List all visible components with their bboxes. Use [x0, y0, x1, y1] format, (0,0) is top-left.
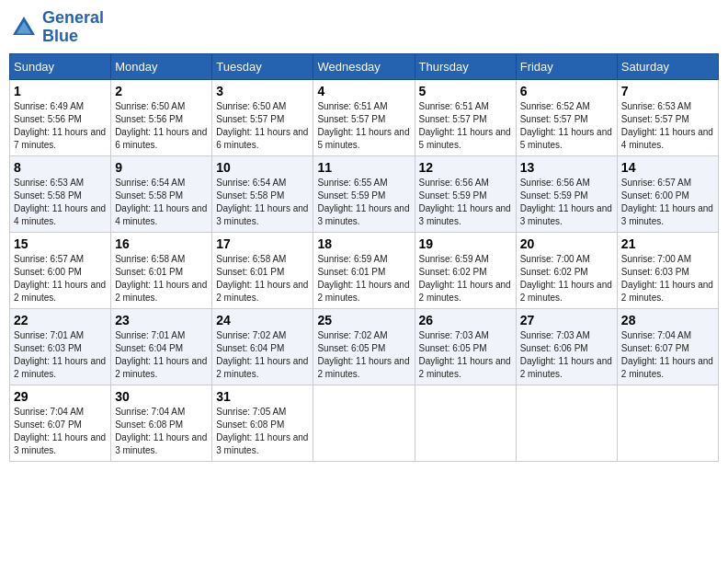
day-number: 28: [621, 313, 714, 327]
day-number: 7: [621, 84, 714, 98]
calendar-day-23: 23 Sunrise: 7:01 AM Sunset: 6:04 PM Dayl…: [111, 308, 212, 385]
calendar-day-18: 18 Sunrise: 6:59 AM Sunset: 6:01 PM Dayl…: [313, 232, 415, 308]
day-info: Sunrise: 7:02 AM Sunset: 6:04 PM Dayligh…: [216, 329, 309, 381]
day-info: Sunrise: 6:56 AM Sunset: 5:59 PM Dayligh…: [520, 177, 613, 228]
day-info: Sunrise: 6:58 AM Sunset: 6:01 PM Dayligh…: [115, 253, 208, 304]
logo-text: General Blue: [42, 9, 104, 46]
day-info: Sunrise: 6:50 AM Sunset: 5:57 PM Dayligh…: [216, 100, 309, 152]
logo-icon: [9, 13, 39, 42]
calendar-day-2: 2 Sunrise: 6:50 AM Sunset: 5:56 PM Dayli…: [111, 79, 212, 155]
empty-cell: [617, 385, 718, 461]
calendar-day-9: 9 Sunrise: 6:54 AM Sunset: 5:58 PM Dayli…: [111, 155, 212, 232]
empty-cell: [313, 385, 415, 461]
calendar-day-19: 19 Sunrise: 6:59 AM Sunset: 6:02 PM Dayl…: [415, 232, 516, 308]
day-number: 18: [317, 236, 410, 251]
day-number: 9: [115, 160, 208, 175]
day-number: 10: [216, 160, 309, 175]
day-info: Sunrise: 6:55 AM Sunset: 5:59 PM Dayligh…: [317, 177, 410, 228]
day-info: Sunrise: 6:57 AM Sunset: 6:00 PM Dayligh…: [621, 177, 714, 228]
day-number: 6: [520, 84, 613, 98]
calendar-week-3: 15 Sunrise: 6:57 AM Sunset: 6:00 PM Dayl…: [10, 232, 719, 308]
calendar-week-1: 1 Sunrise: 6:49 AM Sunset: 5:56 PM Dayli…: [10, 79, 719, 155]
logo: General Blue: [9, 9, 104, 46]
day-number: 4: [317, 84, 410, 98]
calendar-week-5: 29 Sunrise: 7:04 AM Sunset: 6:07 PM Dayl…: [10, 385, 719, 461]
calendar-day-13: 13 Sunrise: 6:56 AM Sunset: 5:59 PM Dayl…: [516, 155, 617, 232]
calendar-week-2: 8 Sunrise: 6:53 AM Sunset: 5:58 PM Dayli…: [10, 155, 719, 232]
calendar-day-1: 1 Sunrise: 6:49 AM Sunset: 5:56 PM Dayli…: [10, 79, 111, 155]
weekday-header-thursday: Thursday: [415, 53, 516, 79]
day-number: 15: [14, 236, 107, 251]
calendar-day-8: 8 Sunrise: 6:53 AM Sunset: 5:58 PM Dayli…: [10, 155, 111, 232]
weekday-header-wednesday: Wednesday: [313, 53, 415, 79]
day-info: Sunrise: 6:50 AM Sunset: 5:56 PM Dayligh…: [115, 100, 208, 152]
day-number: 31: [216, 389, 309, 404]
day-info: Sunrise: 6:52 AM Sunset: 5:57 PM Dayligh…: [520, 100, 613, 152]
day-info: Sunrise: 6:53 AM Sunset: 5:58 PM Dayligh…: [14, 177, 107, 228]
day-info: Sunrise: 7:03 AM Sunset: 6:06 PM Dayligh…: [520, 329, 613, 381]
day-info: Sunrise: 6:59 AM Sunset: 6:02 PM Dayligh…: [419, 253, 512, 304]
weekday-header-monday: Monday: [111, 53, 212, 79]
day-number: 30: [115, 389, 208, 404]
empty-cell: [516, 385, 617, 461]
calendar-day-7: 7 Sunrise: 6:53 AM Sunset: 5:57 PM Dayli…: [617, 79, 718, 155]
day-info: Sunrise: 6:59 AM Sunset: 6:01 PM Dayligh…: [317, 253, 410, 304]
page-header: General Blue: [9, 9, 719, 46]
day-number: 14: [621, 160, 714, 175]
calendar-day-5: 5 Sunrise: 6:51 AM Sunset: 5:57 PM Dayli…: [415, 79, 516, 155]
calendar-day-6: 6 Sunrise: 6:52 AM Sunset: 5:57 PM Dayli…: [516, 79, 617, 155]
day-number: 5: [419, 84, 512, 98]
calendar-day-29: 29 Sunrise: 7:04 AM Sunset: 6:07 PM Dayl…: [10, 385, 111, 461]
day-number: 16: [115, 236, 208, 251]
day-number: 17: [216, 236, 309, 251]
day-number: 21: [621, 236, 714, 251]
weekday-header-sunday: Sunday: [10, 53, 111, 79]
calendar-table: SundayMondayTuesdayWednesdayThursdayFrid…: [9, 53, 719, 462]
calendar-day-3: 3 Sunrise: 6:50 AM Sunset: 5:57 PM Dayli…: [212, 79, 313, 155]
day-number: 25: [317, 313, 410, 327]
calendar-day-4: 4 Sunrise: 6:51 AM Sunset: 5:57 PM Dayli…: [313, 79, 415, 155]
day-info: Sunrise: 6:54 AM Sunset: 5:58 PM Dayligh…: [216, 177, 309, 228]
calendar-day-20: 20 Sunrise: 7:00 AM Sunset: 6:02 PM Dayl…: [516, 232, 617, 308]
day-number: 23: [115, 313, 208, 327]
day-number: 1: [14, 84, 107, 98]
day-info: Sunrise: 7:04 AM Sunset: 6:08 PM Dayligh…: [115, 406, 208, 457]
calendar-day-31: 31 Sunrise: 7:05 AM Sunset: 6:08 PM Dayl…: [212, 385, 313, 461]
weekday-header-saturday: Saturday: [617, 53, 718, 79]
calendar-day-30: 30 Sunrise: 7:04 AM Sunset: 6:08 PM Dayl…: [111, 385, 212, 461]
calendar-day-12: 12 Sunrise: 6:56 AM Sunset: 5:59 PM Dayl…: [415, 155, 516, 232]
empty-cell: [415, 385, 516, 461]
day-number: 11: [317, 160, 410, 175]
weekday-header-friday: Friday: [516, 53, 617, 79]
day-info: Sunrise: 7:01 AM Sunset: 6:04 PM Dayligh…: [115, 329, 208, 381]
calendar-day-11: 11 Sunrise: 6:55 AM Sunset: 5:59 PM Dayl…: [313, 155, 415, 232]
calendar-day-27: 27 Sunrise: 7:03 AM Sunset: 6:06 PM Dayl…: [516, 308, 617, 385]
calendar-day-24: 24 Sunrise: 7:02 AM Sunset: 6:04 PM Dayl…: [212, 308, 313, 385]
day-info: Sunrise: 6:57 AM Sunset: 6:00 PM Dayligh…: [14, 253, 107, 304]
day-number: 12: [419, 160, 512, 175]
day-number: 26: [419, 313, 512, 327]
day-number: 8: [14, 160, 107, 175]
day-info: Sunrise: 7:01 AM Sunset: 6:03 PM Dayligh…: [14, 329, 107, 381]
day-number: 24: [216, 313, 309, 327]
calendar-day-15: 15 Sunrise: 6:57 AM Sunset: 6:00 PM Dayl…: [10, 232, 111, 308]
day-info: Sunrise: 7:02 AM Sunset: 6:05 PM Dayligh…: [317, 329, 410, 381]
day-info: Sunrise: 7:00 AM Sunset: 6:03 PM Dayligh…: [621, 253, 714, 304]
calendar-day-28: 28 Sunrise: 7:04 AM Sunset: 6:07 PM Dayl…: [617, 308, 718, 385]
day-info: Sunrise: 6:51 AM Sunset: 5:57 PM Dayligh…: [419, 100, 512, 152]
day-info: Sunrise: 7:00 AM Sunset: 6:02 PM Dayligh…: [520, 253, 613, 304]
day-info: Sunrise: 6:58 AM Sunset: 6:01 PM Dayligh…: [216, 253, 309, 304]
day-info: Sunrise: 6:54 AM Sunset: 5:58 PM Dayligh…: [115, 177, 208, 228]
calendar-day-16: 16 Sunrise: 6:58 AM Sunset: 6:01 PM Dayl…: [111, 232, 212, 308]
calendar-day-21: 21 Sunrise: 7:00 AM Sunset: 6:03 PM Dayl…: [617, 232, 718, 308]
day-info: Sunrise: 6:49 AM Sunset: 5:56 PM Dayligh…: [14, 100, 107, 152]
day-number: 22: [14, 313, 107, 327]
day-info: Sunrise: 6:53 AM Sunset: 5:57 PM Dayligh…: [621, 100, 714, 152]
calendar-week-4: 22 Sunrise: 7:01 AM Sunset: 6:03 PM Dayl…: [10, 308, 719, 385]
day-number: 2: [115, 84, 208, 98]
day-info: Sunrise: 7:03 AM Sunset: 6:05 PM Dayligh…: [419, 329, 512, 381]
day-info: Sunrise: 6:51 AM Sunset: 5:57 PM Dayligh…: [317, 100, 410, 152]
calendar-day-22: 22 Sunrise: 7:01 AM Sunset: 6:03 PM Dayl…: [10, 308, 111, 385]
calendar-day-14: 14 Sunrise: 6:57 AM Sunset: 6:00 PM Dayl…: [617, 155, 718, 232]
calendar-day-10: 10 Sunrise: 6:54 AM Sunset: 5:58 PM Dayl…: [212, 155, 313, 232]
